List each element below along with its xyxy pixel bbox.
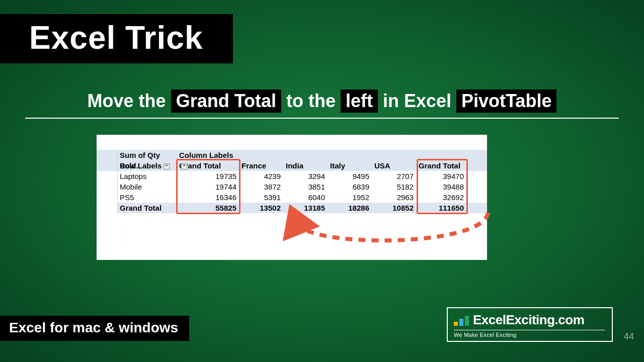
col-header: France [239, 160, 284, 171]
platform-label: Excel for mac & windows [0, 316, 189, 341]
col-header: India [284, 160, 328, 171]
subtitle-part: Move the [88, 90, 171, 111]
col-header: Grand Total [417, 160, 467, 171]
subtitle-highlight-pivottable: PivotTable [456, 89, 556, 113]
pivot-column-labels: Column Labels [177, 150, 239, 160]
dropdown-icon[interactable] [181, 163, 187, 169]
pivot-sum-label: Sum of Qty Sold. [118, 150, 177, 160]
page-number: 44 [624, 331, 634, 342]
brand-box: ExcelExciting.com We Make Excel Exciting [447, 307, 613, 342]
pivot-row-labels: Row Labels [118, 160, 177, 171]
pivot-table: Sum of Qty Sold. Column Labels Row Label… [97, 135, 487, 260]
subtitle-part: to the [281, 90, 341, 111]
col-header: USA [372, 160, 417, 171]
main-title: Excel Trick [0, 14, 233, 63]
brand-name: ExcelExciting.com [473, 312, 584, 328]
table-row: Mobile 19744 3872 3851 6839 5182 39488 [97, 182, 487, 192]
dropdown-icon[interactable] [164, 163, 170, 169]
table-row: PS5 16346 5391 6040 1952 2963 32692 [97, 192, 487, 203]
subtitle-part: in Excel [378, 90, 456, 111]
col-header: Italy [328, 160, 372, 171]
subtitle: Move the Grand Total to the left in Exce… [0, 89, 644, 113]
subtitle-highlight-left: left [341, 89, 378, 113]
subtitle-highlight-grand-total: Grand Total [171, 89, 281, 113]
grand-total-row: Grand Total 55825 13502 13185 18286 1085… [97, 203, 487, 213]
brand-tagline: We Make Excel Exciting [454, 330, 605, 338]
divider [25, 118, 619, 119]
table-row: Laptops 19735 4239 3294 9495 2707 39470 [97, 171, 487, 182]
brand-logo-icon [454, 315, 469, 326]
